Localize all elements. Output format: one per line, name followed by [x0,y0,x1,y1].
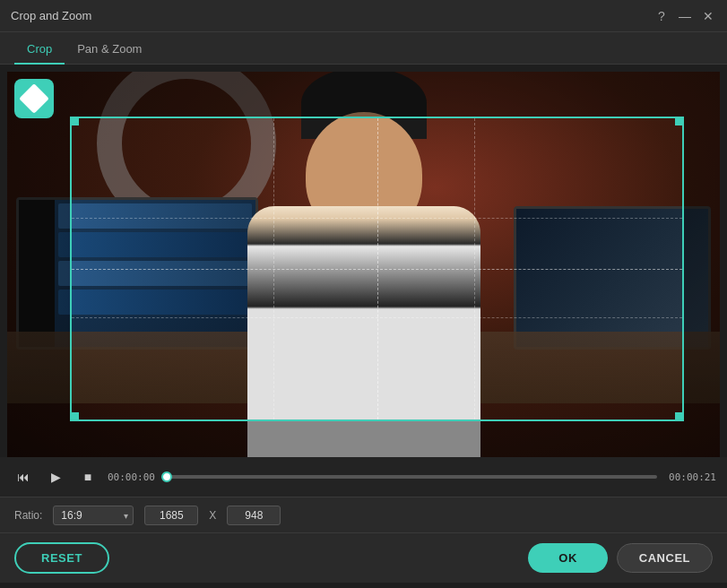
person-body [247,206,480,457]
person [229,117,498,457]
step-back-icon: ⏮ [17,470,30,484]
window-controls: ? — ✕ [653,8,716,24]
scene-bg [7,72,720,457]
cancel-button[interactable]: CANCEL [617,543,713,573]
thumb-1 [58,203,252,229]
play-icon [51,470,61,484]
action-bar: RESET OK CANCEL [0,532,727,583]
thumb-3 [58,261,252,286]
monitor-right [514,206,711,350]
ratio-row: Ratio: 16:9 4:3 1:1 9:16 Custom X [0,497,727,532]
action-right-buttons: OK CANCEL [528,543,713,573]
window-title: Crop and Zoom [11,9,91,22]
ratio-select-wrap: 16:9 4:3 1:1 9:16 Custom [53,506,134,525]
monitor-left [16,197,258,350]
monitor-sidebar [19,200,55,347]
dimension-separator: X [209,509,216,522]
tab-pan-zoom[interactable]: Pan & Zoom [65,35,154,65]
monitor-right-screen [516,209,708,347]
ratio-select[interactable]: 16:9 4:3 1:1 9:16 Custom [53,506,134,525]
ok-button[interactable]: OK [528,543,608,573]
monitor-content [55,200,255,347]
tab-crop[interactable]: Crop [14,35,65,65]
minimize-button[interactable]: — [677,8,693,24]
progress-track[interactable] [167,475,657,479]
height-input[interactable] [227,506,281,525]
step-back-button[interactable]: ⏮ [11,464,36,489]
video-preview [7,72,720,457]
logo-icon [19,83,49,114]
close-button[interactable]: ✕ [700,8,716,24]
thumb-4 [58,290,252,315]
title-bar: Crop and Zoom ? — ✕ [0,0,727,32]
total-time: 00:00:21 [664,471,716,483]
playback-bar: ⏮ 00:00:00 00:00:21 [0,457,727,497]
play-button[interactable] [43,464,68,489]
tab-bar: Crop Pan & Zoom [0,32,727,65]
progress-thumb[interactable] [161,471,172,482]
ratio-label: Ratio: [14,509,42,522]
stop-button[interactable] [75,464,100,489]
monitor-left-screen [19,200,255,347]
width-input[interactable] [144,506,198,525]
stop-icon [84,470,91,484]
reset-button[interactable]: RESET [14,542,109,574]
current-time: 00:00:00 [108,471,160,483]
app-logo [14,79,54,118]
thumb-2 [58,232,252,257]
help-button[interactable]: ? [653,8,670,24]
